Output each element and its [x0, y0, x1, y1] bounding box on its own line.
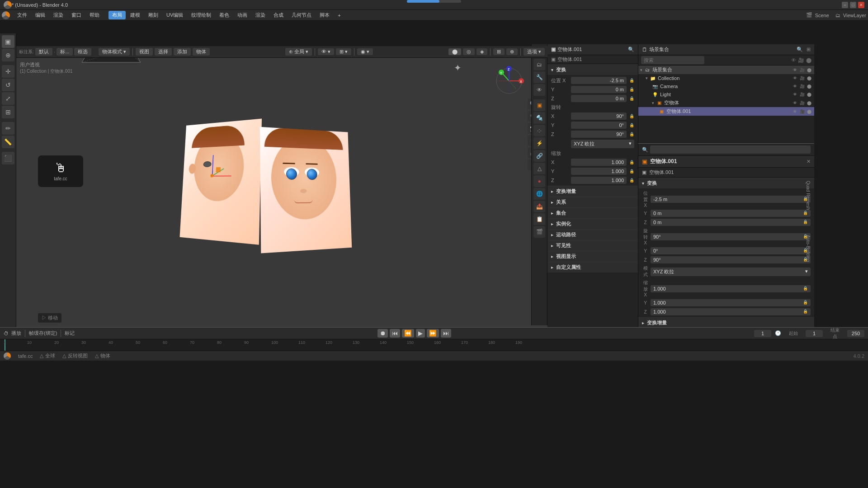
empty-001-render-btn[interactable]: ⬤ [806, 108, 812, 115]
tool-measure[interactable]: 📏 [2, 136, 14, 148]
light-render-btn[interactable]: ⬤ [806, 91, 812, 98]
scale-y-val[interactable]: 1.000 [571, 168, 627, 175]
instancing-head[interactable]: ▸ 实例化 [547, 219, 638, 229]
loc-z-val[interactable]: 0 m [571, 95, 627, 102]
r-scale-z[interactable]: 1.000 🔒 [651, 308, 811, 315]
workspace-shading[interactable]: 着色 [216, 11, 233, 19]
icon-tool[interactable]: 🔧 [533, 71, 545, 83]
workspace-texture-paint[interactable]: 纹理绘制 [188, 11, 215, 19]
tl-btn-prev-frame[interactable]: ⏪ [402, 329, 414, 338]
render-restrict-icon[interactable]: ⬤ [806, 57, 811, 63]
workspace-scripting[interactable]: 脚本 [316, 11, 333, 19]
light-cam-btn[interactable]: 🎥 [799, 91, 805, 98]
search-outliner-icon[interactable]: 🔍 [797, 47, 803, 52]
icon-view[interactable]: 👁 [533, 84, 545, 96]
outliner-search-input[interactable] [641, 56, 704, 64]
view-btn-2[interactable]: 👁 ▾ [318, 48, 334, 55]
collection-render-btn[interactable]: ⬤ [806, 75, 812, 81]
r-mode-val[interactable]: XYZ 欧拉 ▾ [651, 267, 811, 276]
icon-data[interactable]: △ [533, 163, 545, 174]
tl-btn-record[interactable]: ⏺ [377, 329, 388, 338]
workspace-uv[interactable]: UV编辑 [163, 11, 187, 19]
camera-render-btn[interactable]: ⬤ [806, 83, 812, 89]
proportional-btn[interactable]: ◉ ▾ [357, 48, 373, 55]
menu-help[interactable]: 帮助 [86, 11, 103, 19]
workspace-compositing[interactable]: 合成 [270, 11, 287, 19]
tree-empty-object-001[interactable]: ▣ 空物体.001 👁 🎥 ⬤ [638, 107, 814, 116]
empty-001-eye-btn[interactable]: 👁 [792, 108, 798, 115]
camera-eye-btn[interactable]: 👁 [792, 83, 798, 89]
collections-head[interactable]: ▸ 集合 [547, 208, 638, 218]
icon-renderlayer[interactable]: 🗂 [533, 59, 545, 70]
r-loc-x[interactable]: -2.5 m 🔒 [651, 196, 811, 203]
menu-window[interactable]: 窗口 [68, 11, 85, 19]
delta-section-head[interactable]: ▸ 变换增量 [547, 186, 638, 197]
tool-cursor[interactable]: ⊕ [2, 49, 14, 61]
tool-select[interactable]: ▣ [2, 35, 14, 48]
menu-file[interactable]: 文件 [14, 11, 31, 19]
icon-modifier[interactable]: 🔩 [533, 112, 545, 124]
filter-outliner-icon[interactable]: ⊞ [807, 47, 811, 52]
rot-mode-val[interactable]: XYZ 欧拉 ▾ [571, 140, 634, 148]
empty-render-btn[interactable]: ⬤ [806, 100, 812, 106]
tl-btn-play[interactable]: ▶ [416, 329, 425, 338]
workspace-render[interactable]: 渲染 [252, 11, 269, 19]
rot-x-val[interactable]: 90° [571, 113, 627, 120]
icon-world[interactable]: 🌐 [533, 188, 545, 200]
collection-cam-btn[interactable]: 🎥 [799, 75, 805, 81]
select-menu-btn[interactable]: 选择 [155, 48, 172, 56]
r-rot-x[interactable]: 90° 🔒 [651, 233, 811, 240]
camera-restrict-icon[interactable]: 🎥 [798, 57, 804, 63]
icon-constraints[interactable]: 🔗 [533, 150, 545, 162]
menu-render[interactable]: 渲染 [50, 11, 67, 19]
scene-cam-btn[interactable]: 🎥 [799, 67, 805, 73]
empty-001-cam-btn[interactable]: 🎥 [799, 108, 805, 115]
icon-particles[interactable]: ·:· [533, 125, 545, 136]
props-select-btn[interactable]: ✕ [807, 159, 811, 164]
tool-move[interactable]: ✛ [2, 65, 14, 78]
render-mode-material[interactable]: ◎ [463, 48, 475, 55]
workspace-sculpt[interactable]: 雕刻 [145, 11, 162, 19]
object-menu-btn[interactable]: 物体 [193, 48, 210, 56]
props-search-input[interactable] [650, 145, 811, 154]
rot-y-val[interactable]: 0° [571, 122, 627, 129]
menu-edit[interactable]: 编辑 [32, 11, 49, 19]
add-menu-btn[interactable]: 添加 [174, 48, 191, 56]
restrict-columns-icon[interactable]: 👁 [791, 57, 796, 63]
light-eye-btn[interactable]: 👁 [792, 91, 798, 98]
tree-collection[interactable]: ▾ 📁 Collection 👁 🎥 ⬤ [638, 74, 814, 82]
options-btn[interactable]: 选项 ▾ [524, 48, 545, 56]
icon-object-props[interactable]: ▣ [533, 99, 545, 111]
select-mode-btn[interactable]: 框选 [74, 48, 91, 56]
icon-output[interactable]: 📤 [533, 201, 545, 212]
rot-z-val[interactable]: 90° [571, 131, 627, 138]
render-mode-rendered[interactable]: ◈ [476, 48, 487, 55]
workspace-geometry-nodes[interactable]: 几何节点 [288, 11, 315, 19]
tree-scene-collection[interactable]: ▾ 🗂 场景集合 👁 🎥 ⬤ [638, 66, 814, 74]
loc-y-val[interactable]: 0 m [571, 86, 627, 93]
custom-props-head[interactable]: ▸ 自定义属性 [547, 262, 638, 272]
timeline-track[interactable]: 1 10 20 30 40 50 60 70 80 90 100 110 120… [0, 339, 868, 351]
camera-cam-btn[interactable]: 🎥 [799, 83, 805, 89]
viewport-display-head[interactable]: ▸ 视图显示 [547, 251, 638, 262]
tool-transform[interactable]: ⊞ [2, 106, 14, 118]
icon-view-layer[interactable]: 📋 [533, 213, 545, 225]
coord-btn[interactable]: 标... [57, 48, 73, 56]
loc-x-val[interactable]: -2.5 m [571, 77, 627, 84]
tl-btn-jump-start[interactable]: ⏮ [390, 329, 400, 338]
relations-head[interactable]: ▸ 关系 [547, 197, 638, 207]
blender-menu-icon[interactable] [2, 11, 10, 19]
scene-render-btn[interactable]: ⬤ [806, 67, 812, 73]
nav-gizmo[interactable]: X Y Z [493, 65, 525, 98]
tl-end-frame[interactable]: 250 [847, 330, 864, 337]
workspace-modeling[interactable]: 建模 [127, 11, 144, 19]
tool-scale[interactable]: ⤢ [2, 92, 14, 105]
empty-eye-btn[interactable]: 👁 [792, 100, 798, 106]
annotation-btn[interactable]: 默认 [35, 48, 52, 56]
transform-section-head[interactable]: ▾ 变换 [547, 65, 638, 75]
collection-eye-btn[interactable]: 👁 [792, 75, 798, 81]
motion-path-head[interactable]: ▸ 运动路径 [547, 230, 638, 240]
r-loc-y[interactable]: 0 m 🔒 [651, 210, 811, 217]
icon-material[interactable]: ● [533, 175, 545, 187]
tree-camera[interactable]: 📷 Camera 👁 🎥 ⬤ [638, 82, 814, 90]
